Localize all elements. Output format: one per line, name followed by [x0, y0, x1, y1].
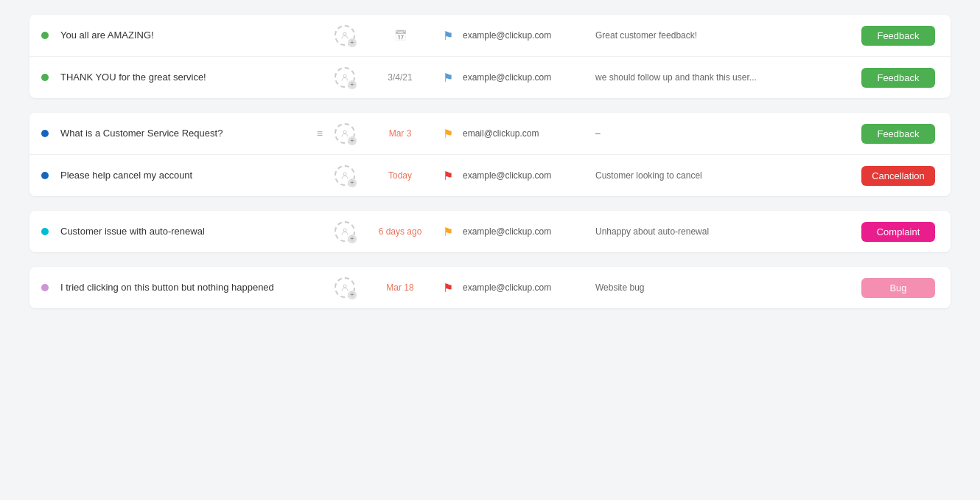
add-assignee-icon[interactable]: + [348, 291, 357, 299]
note-col: Unhappy about auto-renewal [595, 226, 858, 237]
avatar[interactable]: + [335, 277, 355, 298]
tag-button[interactable]: Bug [861, 278, 935, 298]
date-value: 6 days ago [379, 226, 422, 237]
email-col: example@clickup.com [463, 30, 595, 41]
note-col: – [595, 128, 858, 139]
task-group: I tried clicking on this button but noth… [29, 267, 951, 308]
avatar[interactable]: + [335, 221, 355, 242]
date-col[interactable]: 3/4/21 [367, 72, 433, 83]
task-title: Customer issue with auto-renewal [60, 225, 323, 238]
task-title: Please help cancel my account [60, 169, 323, 182]
tag-col: Bug [858, 278, 939, 298]
status-dot [41, 74, 49, 81]
assignee-col[interactable]: + [323, 123, 367, 144]
assignee-col[interactable]: + [323, 25, 367, 46]
table-row: Customer issue with auto-renewal+6 days … [29, 211, 951, 252]
assignee-col[interactable]: + [323, 165, 367, 186]
flag-col[interactable]: ⚑ [433, 127, 463, 141]
date-value: Today [388, 170, 412, 181]
flag-col[interactable]: ⚑ [433, 29, 463, 43]
date-value: 3/4/21 [388, 72, 412, 83]
priority-flag-icon: ⚑ [443, 29, 453, 43]
date-col[interactable]: 📅 [367, 29, 433, 41]
date-col[interactable]: Mar 3 [367, 128, 433, 139]
status-col [41, 284, 53, 291]
flag-col[interactable]: ⚑ [433, 169, 463, 183]
calendar-icon: 📅 [394, 29, 407, 41]
task-group: You all are AMAZING!+📅⚑example@clickup.c… [29, 15, 951, 98]
add-assignee-icon[interactable]: + [348, 136, 357, 145]
note-col: Great customer feedback! [595, 30, 858, 41]
note-col: Website bug [595, 282, 858, 293]
priority-flag-icon: ⚑ [443, 169, 453, 183]
add-assignee-icon[interactable]: + [348, 38, 357, 47]
flag-col[interactable]: ⚑ [433, 281, 463, 295]
date-value: Mar 18 [386, 282, 413, 293]
task-group: What is a Customer Service Request?≡+Mar… [29, 113, 951, 196]
title-col: THANK YOU for the great service! [60, 71, 323, 84]
assignee-col[interactable]: + [323, 277, 367, 298]
priority-flag-icon: ⚑ [443, 281, 453, 295]
tag-col: Feedback [858, 68, 939, 88]
avatar[interactable]: + [335, 67, 355, 88]
tag-button[interactable]: Feedback [861, 26, 935, 46]
flag-col[interactable]: ⚑ [433, 71, 463, 85]
date-col[interactable]: 6 days ago [367, 226, 433, 237]
email-col: example@clickup.com [463, 226, 595, 237]
priority-flag-icon: ⚑ [443, 127, 453, 141]
avatar[interactable]: + [335, 165, 355, 186]
date-col[interactable]: Today [367, 170, 433, 181]
status-col [41, 130, 53, 137]
task-title: I tried clicking on this button but noth… [60, 281, 323, 294]
email-col: email@clickup.com [463, 128, 595, 139]
tag-col: Feedback [858, 26, 939, 46]
avatar[interactable]: + [335, 123, 355, 144]
avatar[interactable]: + [335, 25, 355, 46]
status-dot [41, 130, 49, 137]
email-col: example@clickup.com [463, 72, 595, 83]
task-title: THANK YOU for the great service! [60, 71, 323, 84]
tag-button[interactable]: Feedback [861, 124, 935, 144]
flag-col[interactable]: ⚑ [433, 225, 463, 239]
email-col: example@clickup.com [463, 282, 595, 293]
status-dot [41, 172, 49, 179]
add-assignee-icon[interactable]: + [348, 80, 357, 89]
status-col [41, 228, 53, 235]
title-col: Please help cancel my account [60, 169, 323, 182]
table-row: THANK YOU for the great service!+3/4/21⚑… [29, 57, 951, 98]
status-col [41, 32, 53, 39]
title-col: You all are AMAZING! [60, 29, 323, 42]
priority-flag-icon: ⚑ [443, 71, 453, 85]
svg-point-1 [343, 74, 346, 77]
title-col: I tried clicking on this button but noth… [60, 281, 323, 294]
add-assignee-icon[interactable]: + [348, 235, 357, 243]
table-row: What is a Customer Service Request?≡+Mar… [29, 113, 951, 155]
svg-point-0 [343, 32, 346, 35]
page-container: You all are AMAZING!+📅⚑example@clickup.c… [0, 0, 980, 338]
tag-button[interactable]: Feedback [861, 68, 935, 88]
svg-point-3 [343, 173, 346, 176]
table-row: I tried clicking on this button but noth… [29, 267, 951, 308]
add-assignee-icon[interactable]: + [348, 178, 357, 187]
tag-col: Feedback [858, 124, 939, 144]
table-row: Please help cancel my account+Today⚑exam… [29, 155, 951, 196]
assignee-col[interactable]: + [323, 67, 367, 88]
svg-point-5 [343, 285, 346, 288]
note-col: Customer looking to cancel [595, 170, 858, 181]
status-col [41, 172, 53, 179]
title-col: Customer issue with auto-renewal [60, 225, 323, 238]
assignee-col[interactable]: + [323, 221, 367, 242]
table-row: You all are AMAZING!+📅⚑example@clickup.c… [29, 15, 951, 57]
status-dot [41, 228, 49, 235]
title-col: What is a Customer Service Request?≡ [60, 127, 323, 140]
svg-point-2 [343, 131, 346, 133]
email-col: example@clickup.com [463, 170, 595, 181]
tag-button[interactable]: Complaint [861, 222, 935, 242]
date-value: Mar 3 [389, 128, 412, 139]
task-title: You all are AMAZING! [60, 29, 323, 42]
svg-point-4 [343, 229, 346, 232]
status-dot [41, 284, 49, 291]
note-col: we should follow up and thank this user.… [595, 72, 858, 83]
date-col[interactable]: Mar 18 [367, 282, 433, 293]
tag-button[interactable]: Cancellation [861, 166, 935, 186]
